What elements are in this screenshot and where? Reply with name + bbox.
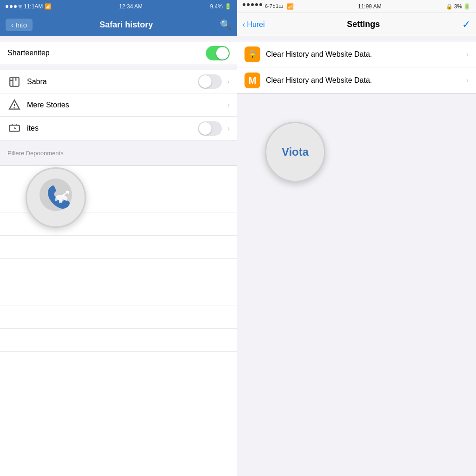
toggle-row: Sharteenitep [7, 41, 230, 65]
carrier-signal-right: 6-7ե1ա [265, 3, 284, 10]
ites-chevron: › [227, 124, 230, 132]
signal-dot-r1 [243, 3, 245, 6]
status-bar-left: ভ্ 11:1AM 📶 12:34 AM 9.4% 🔋 [0, 0, 237, 13]
checkmark-icon-right: ✓ [462, 19, 470, 30]
battery-percent-right: 3% [454, 3, 462, 10]
circle-phone-icon [40, 178, 72, 217]
settings-item-clear-history-2[interactable]: M Clear History and Website Data. › [237, 67, 476, 93]
footer-section-left: Piliere Depoonments [0, 145, 237, 161]
ites-icon [7, 121, 21, 135]
time-right: 11:99 AM [358, 3, 382, 10]
left-panel: ভ্ 11:1AM 📶 12:34 AM 9.4% 🔋 ‹ Into Safar… [0, 0, 237, 476]
clear-history-2-chevron: › [466, 76, 469, 85]
viota-label: Viota [282, 145, 309, 159]
time-left: 11:1AM [24, 3, 43, 10]
sabra-chevron: › [227, 78, 230, 86]
status-bar-right: 6-7ե1ա 📶 11:99 AM 🔒 3% 🔋 [237, 0, 476, 13]
ites-toggle[interactable] [198, 121, 222, 136]
back-label-right: Hurei [247, 20, 264, 29]
nav-title-right: Settings [347, 20, 380, 29]
search-icon-left: 🔍 [220, 20, 231, 30]
footer-text-left: Piliere Depoonments [7, 150, 64, 157]
action-button-right[interactable]: ✓ [462, 19, 470, 31]
list-item-sabra[interactable]: Sabra › [0, 70, 237, 93]
toggle-label: Sharteenitep [7, 49, 50, 57]
signal-dot-3 [14, 5, 17, 8]
list-item-mere-stories[interactable]: Mere Stories › [0, 93, 237, 117]
nav-bar-left: ‹ Into Safari history 🔍 [0, 13, 237, 36]
sabra-label: Sabra [27, 78, 198, 86]
signal-dot-r5 [259, 3, 262, 6]
list-item-ites[interactable]: ites › [0, 117, 237, 140]
empty-line-4 [0, 236, 237, 259]
empty-line-7 [0, 305, 237, 329]
toggle-knob [216, 47, 229, 60]
signal-dot-2 [10, 5, 13, 8]
settings-list-right: 🔒 Clear History and Website Data. › M Cl… [237, 41, 476, 94]
sabra-toggle-knob [199, 75, 212, 88]
signal-dot-r4 [255, 3, 258, 6]
clear-history-1-label: Clear History and Website Data. [266, 50, 466, 59]
wifi-icon-left: 📶 [45, 3, 52, 10]
sabra-toggle[interactable] [198, 74, 222, 89]
mere-stories-icon [7, 98, 21, 112]
clear-history-1-chevron: › [466, 50, 469, 59]
lock-exclamation-symbol: 🔒 [247, 49, 258, 60]
nav-bar-right: ‹ Hurei Settings ✓ [237, 13, 476, 36]
signal-dot-r2 [247, 3, 250, 6]
empty-line-5 [0, 259, 237, 282]
floating-circle-left [26, 167, 86, 228]
empty-line-6 [0, 282, 237, 305]
carrier-left: ভ্ [19, 3, 22, 10]
ites-toggle-knob [199, 122, 212, 135]
empty-line-8 [0, 329, 237, 352]
back-button-right[interactable]: ‹ Hurei [243, 20, 265, 29]
nav-title-left: Safari history [99, 20, 153, 30]
m-letter-icon: M [249, 75, 257, 86]
right-status-left: 9.4% 🔋 [210, 3, 231, 10]
status-left-info: ভ্ 11:1AM 📶 [6, 3, 52, 10]
battery-icon-left: 🔋 [225, 3, 231, 10]
battery-percent-left: 9.4% [210, 3, 223, 10]
mere-stories-label: Mere Stories [27, 101, 225, 109]
sabra-icon [7, 75, 21, 89]
settings-item-clear-history-1[interactable]: 🔒 Clear History and Website Data. › [237, 41, 476, 67]
lock-warning-icon: 🔒 [245, 46, 260, 62]
m-icon-container: M [245, 73, 260, 88]
viota-circle: Viota [265, 122, 325, 182]
battery-icon-right: 🔋 [463, 3, 470, 10]
status-dots-right: 6-7ե1ա 📶 [243, 3, 294, 10]
back-chevron-left: ‹ [11, 21, 13, 29]
search-button-left[interactable]: 🔍 [220, 19, 231, 30]
list-section-left: Sabra › Mere Stories › [0, 70, 237, 140]
wifi-right: 📶 [287, 3, 294, 10]
toggle-section: Sharteenitep [0, 41, 237, 65]
svg-point-2 [14, 107, 14, 107]
signal-dot-r3 [251, 3, 254, 6]
right-panel: 6-7ե1ա 📶 11:99 AM 🔒 3% 🔋 ‹ Hurei Setting… [237, 0, 476, 476]
signal-dot-1 [6, 5, 8, 8]
lock-icon-right: 🔒 [446, 3, 453, 10]
center-time-left: 12:34 AM [119, 3, 143, 10]
svg-rect-0 [10, 77, 19, 86]
ites-label: ites [27, 124, 198, 132]
back-chevron-right: ‹ [243, 20, 245, 29]
right-empty-area: Viota [237, 94, 476, 476]
status-dots-left [6, 5, 17, 8]
mere-stories-chevron: › [227, 101, 230, 109]
toggle-switch[interactable] [206, 46, 230, 60]
clear-history-2-label: Clear History and Website Data. [266, 76, 466, 85]
back-label-left: Into [15, 21, 27, 29]
battery-area-right: 🔒 3% 🔋 [446, 3, 470, 10]
back-button-left[interactable]: ‹ Into [6, 19, 33, 31]
